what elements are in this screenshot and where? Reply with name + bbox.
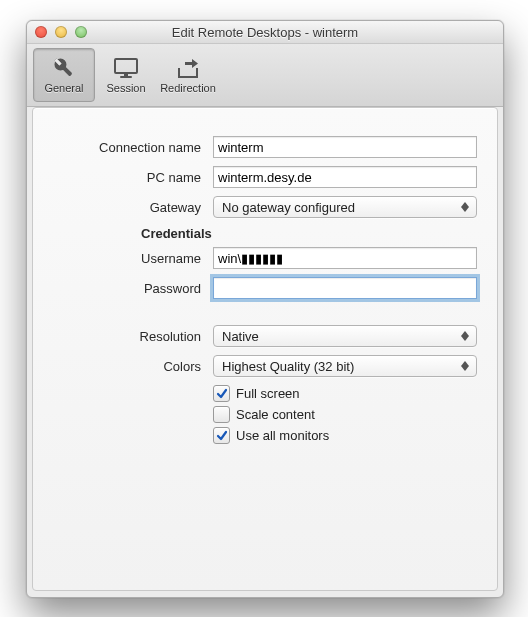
full-screen-label: Full screen [236,386,300,401]
scale-content-checkbox[interactable] [213,406,230,423]
wrench-icon [50,56,78,80]
window-title: Edit Remote Desktops - winterm [27,25,503,40]
redirection-icon [174,56,202,80]
window: Edit Remote Desktops - winterm General [26,20,504,598]
chevron-updown-icon [458,199,472,215]
svg-rect-3 [124,73,128,76]
label-pc-name: PC name [53,170,213,185]
monitor-icon [112,56,140,80]
zoom-icon[interactable] [75,26,87,38]
label-colors: Colors [53,359,213,374]
gateway-select[interactable]: No gateway configured [213,196,477,218]
username-field[interactable] [213,247,477,269]
minimize-icon[interactable] [55,26,67,38]
tab-session[interactable]: Session [95,48,157,102]
resolution-value: Native [222,329,259,344]
resolution-select[interactable]: Native [213,325,477,347]
password-field[interactable] [213,277,477,299]
toolbar: General Session Redirection [27,44,503,107]
content-pane: Connection name PC name Gateway No gatew… [32,107,498,591]
tab-redirection-label: Redirection [160,82,216,94]
close-icon[interactable] [35,26,47,38]
tab-redirection[interactable]: Redirection [157,48,219,102]
colors-select[interactable]: Highest Quality (32 bit) [213,355,477,377]
label-gateway: Gateway [53,200,213,215]
connection-name-field[interactable] [213,136,477,158]
use-all-monitors-label: Use all monitors [236,428,329,443]
gateway-value: No gateway configured [222,200,355,215]
section-credentials: Credentials [141,226,477,241]
tab-general[interactable]: General [33,48,95,102]
full-screen-checkbox[interactable] [213,385,230,402]
colors-value: Highest Quality (32 bit) [222,359,354,374]
label-username: Username [53,251,213,266]
chevron-updown-icon [458,328,472,344]
traffic-lights [35,26,87,38]
pc-name-field[interactable] [213,166,477,188]
label-resolution: Resolution [53,329,213,344]
titlebar[interactable]: Edit Remote Desktops - winterm [27,21,503,44]
use-all-monitors-checkbox[interactable] [213,427,230,444]
label-connection-name: Connection name [53,140,213,155]
chevron-updown-icon [458,358,472,374]
label-password: Password [53,281,213,296]
tab-session-label: Session [106,82,145,94]
tab-general-label: General [44,82,83,94]
svg-rect-2 [115,59,137,73]
scale-content-label: Scale content [236,407,315,422]
svg-rect-4 [120,76,132,78]
